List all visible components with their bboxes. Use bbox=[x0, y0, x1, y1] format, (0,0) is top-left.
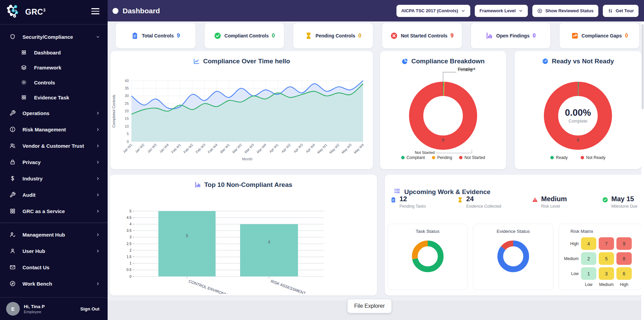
sidebar: GRC3 Security/ComplianceDashboardFramewo… bbox=[0, 0, 108, 320]
sidebar-item-audit[interactable]: Audit bbox=[0, 187, 108, 203]
legend-item-ready: Ready bbox=[550, 155, 568, 160]
sidebar-item-contact-us[interactable]: Contact Us bbox=[0, 259, 108, 275]
bar-chart-icon bbox=[194, 181, 201, 188]
chevron-right-icon bbox=[96, 233, 100, 237]
header-button-get-tour[interactable]: Get Tour bbox=[603, 5, 639, 17]
scrollbar-track[interactable] bbox=[641, 21, 644, 320]
chevron-right-icon bbox=[96, 249, 100, 253]
sign-out-button[interactable]: Sign Out bbox=[78, 306, 101, 312]
legend-item-pending: Pending bbox=[432, 155, 452, 160]
upcoming-stat-label: Evidence Collected bbox=[466, 204, 501, 209]
task-status-chart bbox=[408, 236, 447, 277]
chevron-right-icon bbox=[96, 209, 100, 213]
sidebar-item-operations[interactable]: Operations bbox=[0, 105, 108, 121]
risk-matrix-row-low: Low136 bbox=[560, 267, 641, 280]
risk-cell: 1 bbox=[581, 267, 596, 280]
risk-col-label: Low bbox=[581, 282, 596, 287]
risk-cell: 9 bbox=[616, 237, 632, 250]
sidebar-item-risk-management[interactable]: Risk Management bbox=[0, 121, 108, 138]
stat-value: 9 bbox=[177, 33, 180, 39]
sidebar-item-label: Contact Us bbox=[22, 265, 49, 270]
compliance-breakdown-title: Compliance Breakdown bbox=[380, 51, 506, 65]
sidebar-item-industry[interactable]: Industry bbox=[0, 170, 108, 187]
stat-value: 9 bbox=[451, 33, 454, 39]
svg-text:Apr W4: Apr W4 bbox=[305, 143, 316, 154]
sidebar-item-controls[interactable]: Controls bbox=[0, 75, 108, 90]
risk-matrix-col-labels: LowMediumHigh bbox=[560, 282, 641, 287]
stat-value: 0 bbox=[533, 33, 536, 39]
sidebar-divider bbox=[0, 223, 108, 223]
grid-icon bbox=[21, 95, 27, 100]
upcoming-stat-value: 24 bbox=[466, 195, 501, 203]
upcoming-stat-evidence-collected: 24Evidence Collected bbox=[457, 195, 501, 209]
clipboard-icon bbox=[390, 197, 396, 203]
risk-matrix-row-medium: Medium258 bbox=[560, 252, 641, 265]
svg-text:RISK ASSESSMENT: RISK ASSESSMENT bbox=[270, 279, 306, 294]
sidebar-item-label: Work Bench bbox=[22, 281, 52, 287]
grid-icon bbox=[21, 50, 27, 55]
svg-text:15: 15 bbox=[125, 116, 129, 121]
header-button-show-reviewed-status[interactable]: Show Reviewed Status bbox=[532, 5, 598, 17]
sidebar-item-user-hub[interactable]: User Hub bbox=[0, 243, 108, 259]
svg-text:35: 35 bbox=[125, 86, 129, 90]
sidebar-footer: E Hi, Tina P Employee Sign Out bbox=[0, 297, 108, 320]
sidebar-item-management-hub[interactable]: Management Hub bbox=[0, 226, 108, 243]
main-content: Total Controls9Compliant Controls0Pendin… bbox=[108, 21, 644, 320]
callout-label-pending: Pending bbox=[458, 68, 472, 72]
svg-text:5: 5 bbox=[129, 209, 131, 213]
sidebar-item-dashboard[interactable]: Dashboard bbox=[0, 45, 108, 60]
upcoming-work-card: Upcoming Work & Evidence 12Pending Tasks… bbox=[385, 175, 644, 295]
user-role: Employee bbox=[24, 310, 45, 314]
header-button-framework-level[interactable]: Framework Level bbox=[475, 5, 528, 17]
user-check-icon bbox=[10, 231, 16, 238]
user-greeting: Hi, Tina P bbox=[24, 304, 45, 309]
sidebar-item-privacy[interactable]: Privacy bbox=[0, 154, 108, 170]
svg-text:Feb W3: Feb W3 bbox=[195, 143, 206, 154]
sidebar-item-work-bench[interactable]: Work Bench bbox=[0, 275, 108, 292]
svg-text:Jan W1: Jan W1 bbox=[122, 143, 133, 154]
sidebar-item-evidence-task[interactable]: Evidence Task bbox=[0, 90, 108, 105]
file-explorer-button[interactable]: File Explorer bbox=[347, 299, 392, 313]
clipboard-icon bbox=[131, 32, 139, 39]
svg-text:5: 5 bbox=[186, 234, 188, 238]
scrollbar-thumb[interactable] bbox=[642, 24, 644, 109]
legend-dot bbox=[401, 156, 405, 159]
stat-label: Total Controls bbox=[142, 33, 174, 38]
sidebar-item-vendor-customer-trust[interactable]: Vendor & Customer Trust bbox=[0, 138, 108, 154]
hourglass-icon bbox=[457, 197, 463, 203]
stat-card-total-controls: Total Controls9 bbox=[116, 23, 195, 48]
check-circle-icon bbox=[602, 197, 608, 203]
chevron-right-icon bbox=[96, 127, 100, 132]
legend-dot bbox=[550, 156, 554, 159]
warning-icon bbox=[532, 197, 538, 203]
wrench-icon bbox=[10, 110, 16, 116]
sidebar-item-label: Controls bbox=[34, 80, 55, 85]
sidebar-item-grc-as-a-service[interactable]: GRC as a Service bbox=[0, 203, 108, 219]
user-icon bbox=[10, 248, 16, 254]
chevron-right-icon bbox=[96, 282, 100, 286]
non-compliant-areas-title: Top 10 Non-Compliant Areas bbox=[110, 175, 377, 189]
chevron-right-icon bbox=[96, 111, 100, 115]
shield-icon bbox=[10, 34, 16, 40]
svg-text:Mar W2: Mar W2 bbox=[232, 143, 243, 154]
compliance-breakdown-card: Compliance Breakdown 9 Compliant Pending… bbox=[380, 51, 506, 169]
svg-text:May W4: May W4 bbox=[353, 143, 365, 154]
grid-icon bbox=[10, 208, 16, 214]
stat-card-compliant-controls: Compliant Controls0 bbox=[205, 23, 284, 48]
evidence-status-chart bbox=[493, 236, 533, 277]
line-chart-icon bbox=[193, 58, 200, 65]
check-circle-icon bbox=[214, 32, 221, 39]
ready-gauge-icon bbox=[542, 58, 549, 65]
upcoming-stat-pending-tasks: 12Pending Tasks bbox=[390, 195, 426, 209]
hamburger-menu-button[interactable] bbox=[91, 8, 99, 14]
sidebar-item-label: Dashboard bbox=[34, 50, 61, 55]
avatar: E bbox=[6, 302, 20, 316]
risk-cell: 5 bbox=[599, 252, 614, 265]
sidebar-item-framework[interactable]: Framework bbox=[0, 60, 108, 75]
sidebar-item-security-compliance[interactable]: Security/Compliance bbox=[0, 29, 108, 45]
header: Dashboard AICPA TSC 2017 (Controls)Frame… bbox=[108, 0, 644, 21]
svg-text:Jan W4: Jan W4 bbox=[159, 143, 170, 154]
upcoming-stat-risk-level: MediumRisk Level bbox=[532, 195, 567, 209]
header-button-aicpa-tsc-2017-controls-[interactable]: AICPA TSC 2017 (Controls) bbox=[396, 5, 470, 17]
stat-card-pending-controls: Pending Controls0 bbox=[293, 23, 373, 48]
